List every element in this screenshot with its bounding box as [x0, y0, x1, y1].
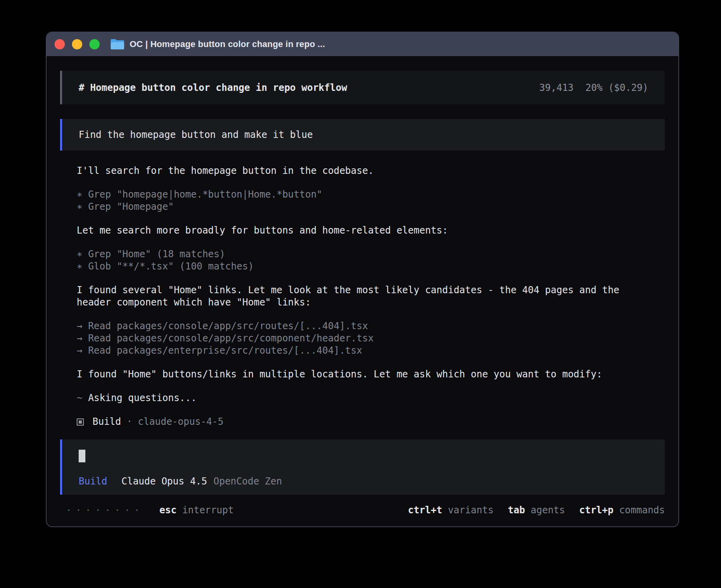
close-button[interactable]	[55, 39, 65, 49]
status-prefix: ~	[77, 392, 88, 403]
token-count: 39,413	[539, 82, 574, 93]
tool-call-glob: ∗ Glob "**/*.tsx" (100 matches)	[77, 260, 648, 273]
agent-status-line: Build · claude-opus-4-5	[77, 416, 648, 428]
context-usage: 20% ($0.29)	[585, 82, 648, 93]
agent-icon	[77, 418, 84, 426]
minimize-button[interactable]	[72, 39, 82, 49]
mode-indicator[interactable]: Build	[79, 476, 107, 487]
traffic-lights	[55, 39, 100, 49]
terminal-window: OC | Homepage button color change in rep…	[46, 32, 679, 527]
provider-name: OpenCode Zen	[213, 476, 282, 487]
user-message-text: Find the homepage button and make it blu…	[79, 129, 313, 140]
folder-icon	[111, 39, 124, 49]
status-footer: ········ esc interrupt ctrl+t variants t…	[60, 504, 665, 516]
assistant-text: I'll search for the homepage button in t…	[77, 165, 648, 177]
window-title: OC | Homepage button color change in rep…	[130, 39, 325, 49]
prompt-input[interactable]: Build Claude Opus 4.5 OpenCode Zen	[60, 439, 665, 495]
assistant-text: I found "Home" buttons/links in multiple…	[77, 368, 648, 381]
terminal-content: # Homepage button color change in repo w…	[47, 71, 678, 516]
tool-call-grep: ∗ Grep "homepage|home.*button|Home.*butt…	[77, 188, 648, 201]
status-line: ~ Asking questions...	[77, 392, 648, 404]
spinner-dots: ········	[60, 504, 143, 516]
zoom-button[interactable]	[89, 39, 100, 49]
tool-call-grep: ∗ Grep "Home" (18 matches)	[77, 248, 648, 260]
hint-variants: ctrl+t variants	[408, 504, 494, 516]
agent-model: claude-opus-4-5	[138, 416, 224, 428]
model-name: Claude Opus 4.5	[121, 476, 207, 487]
hint-commands: ctrl+p commands	[579, 504, 665, 516]
assistant-text: header component which have "Home" links…	[77, 296, 648, 309]
status-text: Asking questions...	[88, 392, 197, 403]
session-title: # Homepage button color change in repo w…	[79, 82, 347, 93]
hint-interrupt: esc interrupt	[159, 504, 234, 516]
hint-agents: tab agents	[508, 504, 565, 516]
assistant-text: I found several "Home" links. Let me loo…	[77, 284, 648, 296]
input-status-bar: Build Claude Opus 4.5 OpenCode Zen	[79, 476, 648, 487]
titlebar[interactable]: OC | Homepage button color change in rep…	[47, 32, 678, 56]
tool-call-read: → Read packages/enterprise/src/routes/[.…	[77, 345, 648, 357]
footer-keybindings: ctrl+t variants tab agents ctrl+p comman…	[408, 504, 665, 516]
tool-call-grep: ∗ Grep "Homepage"	[77, 201, 648, 213]
user-message: Find the homepage button and make it blu…	[60, 119, 665, 151]
assistant-text: Let me search more broadly for buttons a…	[77, 224, 648, 237]
session-header: # Homepage button color change in repo w…	[60, 71, 665, 104]
session-stats: 39,413 20% ($0.29)	[539, 82, 648, 93]
assistant-transcript: I'll search for the homepage button in t…	[60, 165, 665, 428]
tool-call-read: → Read packages/console/app/src/routes/[…	[77, 320, 648, 332]
agent-separator: ·	[126, 416, 132, 428]
agent-name: Build	[92, 416, 121, 428]
tool-call-read: → Read packages/console/app/src/componen…	[77, 332, 648, 345]
text-cursor	[79, 450, 85, 462]
